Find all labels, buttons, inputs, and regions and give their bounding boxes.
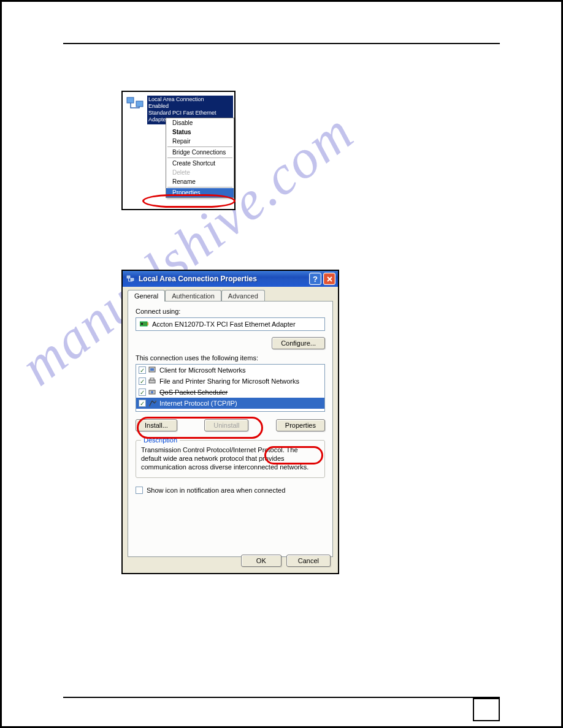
svg-rect-4 <box>140 322 147 326</box>
page-frame: manualshive.com Local Area Connection En… <box>0 0 563 728</box>
menu-separator <box>167 187 232 188</box>
bottom-rule <box>63 697 500 698</box>
menu-item-bridge[interactable]: Bridge Connections <box>166 148 234 157</box>
svg-rect-8 <box>150 368 154 371</box>
checkbox-icon[interactable]: ✓ <box>139 400 146 407</box>
adapter-name: Accton EN1207D-TX PCI Fast Ethernet Adap… <box>152 320 296 328</box>
list-item-label: File and Printer Sharing for Microsoft N… <box>159 377 299 385</box>
list-item-label: Internet Protocol (TCP/IP) <box>159 400 237 407</box>
svg-rect-6 <box>147 322 148 325</box>
tab-strip: General Authentication Advanced <box>123 287 338 301</box>
menu-item-status[interactable]: Status <box>166 127 234 137</box>
help-button[interactable]: ? <box>309 273 321 285</box>
svg-rect-3 <box>131 278 134 281</box>
connect-using-label: Connect using: <box>136 308 325 315</box>
menu-separator <box>167 157 232 158</box>
connection-status: Enabled <box>148 103 232 110</box>
svg-rect-0 <box>127 97 134 103</box>
list-item[interactable]: ✓ QoS Packet Scheduler <box>136 387 324 398</box>
connection-name: Local Area Connection <box>148 96 232 103</box>
properties-dialog: Local Area Connection Properties ? Gener… <box>121 270 339 574</box>
show-icon-label: Show icon in notification area when conn… <box>147 487 285 494</box>
menu-item-properties[interactable]: Properties <box>166 188 234 197</box>
close-button[interactable] <box>323 273 335 285</box>
ok-button[interactable]: OK <box>241 555 282 567</box>
titlebar[interactable]: Local Area Connection Properties ? <box>123 271 338 287</box>
tab-general[interactable]: General <box>128 290 165 301</box>
dialog-buttons: OK Cancel <box>241 555 331 567</box>
page-number-box <box>473 698 500 721</box>
top-rule <box>63 43 500 44</box>
checkbox-icon[interactable]: ✓ <box>136 487 143 494</box>
svg-rect-5 <box>141 323 143 325</box>
menu-item-disable[interactable]: Disable <box>166 118 234 127</box>
tab-advanced[interactable]: Advanced <box>221 290 265 301</box>
list-item-selected[interactable]: ✓ Internet Protocol (TCP/IP) <box>136 398 324 409</box>
cancel-button[interactable]: Cancel <box>286 555 331 567</box>
nic-card-icon <box>140 320 148 328</box>
list-item-label: QoS Packet Scheduler <box>159 389 228 396</box>
window-icon <box>126 275 135 283</box>
svg-rect-2 <box>127 276 130 278</box>
description-legend: Description <box>141 436 180 444</box>
list-item-label: Client for Microsoft Networks <box>159 366 246 374</box>
menu-item-repair[interactable]: Repair <box>166 137 234 146</box>
tab-authentication[interactable]: Authentication <box>165 290 221 301</box>
network-connection-icon <box>126 96 145 112</box>
properties-button[interactable]: Properties <box>276 419 325 431</box>
menu-item-shortcut[interactable]: Create Shortcut <box>166 159 234 168</box>
list-item[interactable]: ✓ Client for Microsoft Networks <box>136 365 324 376</box>
menu-item-rename[interactable]: Rename <box>166 177 234 186</box>
items-listbox[interactable]: ✓ Client for Microsoft Networks ✓ File a… <box>136 364 325 412</box>
show-icon-row[interactable]: ✓ Show icon in notification area when co… <box>136 487 325 494</box>
description-fieldset: Description Transmission Control Protoco… <box>136 440 325 478</box>
client-service-icon <box>148 366 157 374</box>
svg-rect-1 <box>136 101 143 107</box>
svg-rect-10 <box>150 378 154 380</box>
configure-button[interactable]: Configure... <box>272 337 325 349</box>
svg-point-12 <box>151 391 153 393</box>
svg-rect-9 <box>149 380 155 383</box>
checkbox-icon[interactable]: ✓ <box>139 389 146 396</box>
uninstall-button: Uninstall <box>204 419 248 431</box>
install-button[interactable]: Install... <box>136 419 177 431</box>
items-label: This connection uses the following items… <box>136 354 325 362</box>
qos-icon <box>148 388 157 396</box>
checkbox-icon[interactable]: ✓ <box>139 377 146 385</box>
file-print-icon <box>148 377 157 385</box>
window-title: Local Area Connection Properties <box>139 275 307 283</box>
checkbox-icon[interactable]: ✓ <box>139 366 146 374</box>
tab-body-general: Connect using: Accton EN1207D-TX PCI Fas… <box>128 301 333 557</box>
install-uninstall-properties-row: Install... Uninstall Properties <box>136 419 325 431</box>
context-menu-figure: Local Area Connection Enabled Standard P… <box>121 91 236 210</box>
menu-separator <box>167 146 232 147</box>
adapter-field[interactable]: Accton EN1207D-TX PCI Fast Ethernet Adap… <box>136 317 325 331</box>
svg-point-13 <box>149 405 150 406</box>
tcpip-protocol-icon <box>148 399 157 408</box>
description-text: Transmission Control Protocol/Internet P… <box>141 446 320 471</box>
svg-point-14 <box>155 401 156 402</box>
context-menu: Disable Status Repair Bridge Connections… <box>166 118 234 198</box>
menu-item-delete: Delete <box>166 168 234 177</box>
list-item[interactable]: ✓ File and Printer Sharing for Microsoft… <box>136 376 324 387</box>
